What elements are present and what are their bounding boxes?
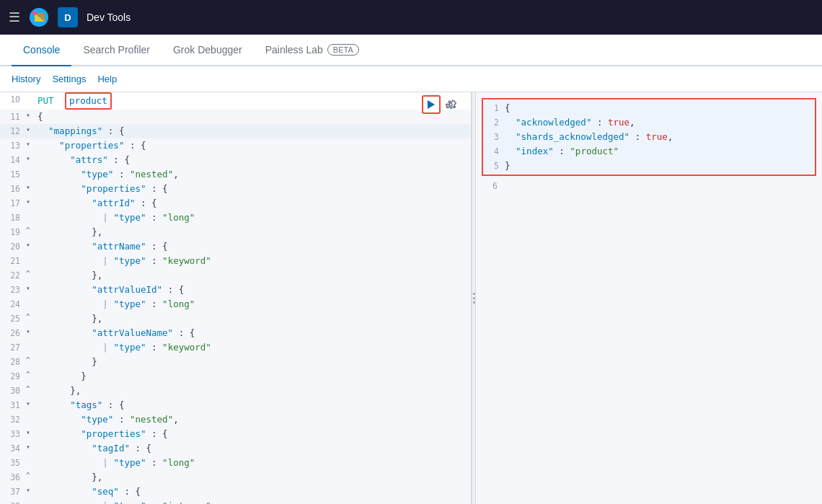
app-icon: D bbox=[58, 7, 78, 27]
svg-point-1 bbox=[32, 11, 37, 15]
response-content: 1 { 2 "acknowledged" : true, 3 "shards_a… bbox=[476, 98, 822, 193]
hamburger-icon[interactable]: ☰ bbox=[9, 9, 20, 25]
history-link[interactable]: History bbox=[12, 74, 40, 84]
resp-line-5: 5 } bbox=[483, 159, 815, 173]
code-line-32: 32 "type" : "nested", bbox=[0, 412, 471, 427]
editor-panel: 10 PUT product bbox=[0, 92, 472, 504]
nav-tabs: Console Search Profiler Grok Debugger Pa… bbox=[0, 35, 822, 66]
resp-line-3: 3 "shards_acknowledged" : true, bbox=[483, 130, 815, 144]
help-link[interactable]: Help bbox=[97, 74, 117, 84]
url-box: product bbox=[65, 92, 112, 110]
editor-container: 10 PUT product bbox=[0, 92, 822, 504]
svg-point-3 bbox=[449, 103, 452, 106]
topbar: ☰ D Dev Tools bbox=[0, 0, 822, 35]
settings-link[interactable]: Settings bbox=[52, 74, 86, 84]
code-line-14: 14 ▾ "attrs" : { bbox=[0, 153, 471, 167]
code-line-28: 28 ^ } bbox=[0, 355, 471, 369]
code-line-36: 36 ^ }, bbox=[0, 470, 471, 485]
wrench-icon[interactable] bbox=[443, 97, 458, 112]
code-line-17: 17 ▾ "attrId" : { bbox=[0, 196, 471, 211]
resizer-handle bbox=[473, 293, 475, 304]
code-line-24: 24 | "type" : "long" bbox=[0, 297, 471, 311]
response-panel: 1 { 2 "acknowledged" : true, 3 "shards_a… bbox=[476, 92, 822, 504]
code-line-23: 23 ▾ "attrValueId" : { bbox=[0, 283, 471, 297]
svg-marker-2 bbox=[428, 100, 435, 109]
resp-line-4: 4 "index" : "product" bbox=[483, 144, 815, 159]
code-line-26: 26 ▾ "attrValueName" : { bbox=[0, 326, 471, 340]
code-line-22: 22 ^ }, bbox=[0, 268, 471, 283]
code-line-27: 27 | "type" : "keyword" bbox=[0, 340, 471, 355]
code-line-34: 34 ▾ "tagId" : { bbox=[0, 441, 471, 456]
code-line-30: 30 ^ }, bbox=[0, 384, 471, 398]
resp-line-2: 2 "acknowledged" : true, bbox=[483, 115, 815, 130]
beta-badge: BETA bbox=[327, 44, 359, 56]
code-line-20: 20 ▾ "attrName" : { bbox=[0, 239, 471, 254]
code-line-25: 25 ^ }, bbox=[0, 311, 471, 326]
code-line-29: 29 ^ } bbox=[0, 369, 471, 384]
code-line-16: 16 ▾ "properties" : { bbox=[0, 182, 471, 196]
code-line-19: 19 ^ }, bbox=[0, 225, 471, 239]
tab-grok-debugger[interactable]: Grok Debugger bbox=[162, 35, 254, 66]
play-button[interactable] bbox=[422, 95, 441, 114]
code-line-21: 21 | "type" : "keyword" bbox=[0, 254, 471, 268]
tab-search-profiler[interactable]: Search Profiler bbox=[71, 35, 162, 66]
resp-line-6: 6 bbox=[476, 179, 822, 193]
kibana-logo bbox=[29, 7, 49, 27]
code-line-37: 37 ▾ "seq" : { bbox=[0, 485, 471, 499]
secondary-nav: History Settings Help bbox=[0, 66, 822, 92]
code-line-33: 33 ▾ "properties" : { bbox=[0, 427, 471, 441]
line-number-10: 10 bbox=[0, 92, 26, 106]
code-text-10: PUT product bbox=[36, 92, 413, 110]
method-label: PUT bbox=[37, 94, 54, 108]
editor-content[interactable]: 10 PUT product bbox=[0, 92, 471, 504]
response-highlight-box: 1 { 2 "acknowledged" : true, 3 "shards_a… bbox=[482, 98, 816, 176]
tab-painless-lab[interactable]: Painless Lab BETA bbox=[254, 35, 371, 66]
code-line-38: 38 | "type" : "integer" bbox=[0, 499, 471, 504]
tab-console[interactable]: Console bbox=[12, 35, 71, 66]
code-line-10: 10 PUT product bbox=[0, 92, 471, 110]
resp-line-1: 1 { bbox=[483, 101, 815, 115]
action-buttons bbox=[422, 95, 458, 114]
code-line-31: 31 ▾ "tags" : { bbox=[0, 398, 471, 412]
code-line-35: 35 | "type" : "long" bbox=[0, 456, 471, 470]
code-line-11: 11 ▾ { bbox=[0, 110, 471, 124]
code-line-15: 15 "type" : "nested", bbox=[0, 167, 471, 182]
code-line-12: 12 ▾ "mappings" : { bbox=[0, 124, 471, 138]
app-title: Dev Tools bbox=[87, 12, 131, 23]
code-line-13: 13 ▾ "properties" : { bbox=[0, 138, 471, 153]
code-line-18: 18 | "type" : "long" bbox=[0, 211, 471, 225]
